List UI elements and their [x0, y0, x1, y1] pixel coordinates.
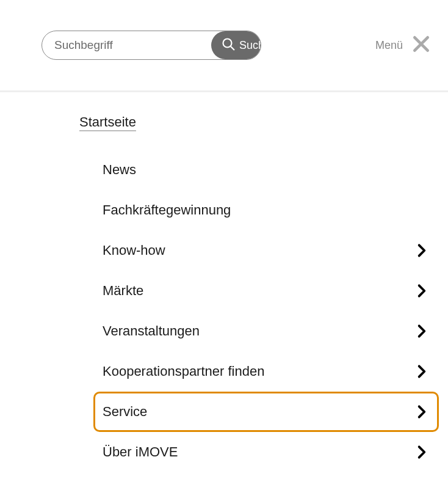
chevron-right-icon [414, 444, 430, 460]
chevron-right-icon [414, 283, 430, 299]
nav-item-label: Märkte [103, 283, 143, 299]
nav-item-label: Service [103, 404, 147, 420]
main-nav: Startseite NewsFachkräftegewinnungKnow-h… [0, 92, 448, 472]
nav-item[interactable]: Über iMOVE [103, 432, 430, 472]
nav-item-label: News [103, 162, 136, 178]
search-button[interactable]: Suchen [211, 31, 261, 59]
close-icon [411, 34, 431, 57]
svg-line-1 [231, 46, 234, 50]
nav-item-label: Veranstaltungen [103, 323, 200, 339]
chevron-right-icon [414, 404, 430, 420]
nav-item[interactable]: Veranstaltungen [103, 311, 430, 351]
nav-item[interactable]: Fachkräftegewinnung [103, 190, 430, 230]
menu-label: Menü [375, 39, 403, 52]
search-icon [221, 37, 236, 54]
nav-item[interactable]: Märkte [103, 271, 430, 311]
nav-item-label: Fachkräftegewinnung [103, 202, 231, 218]
nav-item[interactable]: Service [93, 392, 439, 432]
menu-close[interactable]: Menü [375, 34, 431, 57]
home-link[interactable]: Startseite [79, 114, 136, 133]
nav-list: NewsFachkräftegewinnungKnow-howMärkteVer… [79, 150, 430, 472]
nav-item-label: Kooperationspartner finden [103, 364, 264, 379]
nav-item-label: Über iMOVE [103, 444, 178, 460]
nav-item[interactable]: Kooperationspartner finden [103, 351, 430, 392]
header: Suchen Menü [0, 0, 448, 92]
svg-point-0 [223, 38, 232, 47]
chevron-right-icon [414, 243, 430, 258]
search-button-label: Suchen [239, 39, 261, 52]
search-container: Suchen [42, 31, 261, 60]
search-input[interactable] [42, 31, 211, 59]
nav-item[interactable]: Know-how [103, 230, 430, 271]
chevron-right-icon [414, 364, 430, 379]
chevron-right-icon [414, 323, 430, 339]
nav-item-label: Know-how [103, 243, 165, 258]
nav-item[interactable]: News [103, 150, 430, 190]
